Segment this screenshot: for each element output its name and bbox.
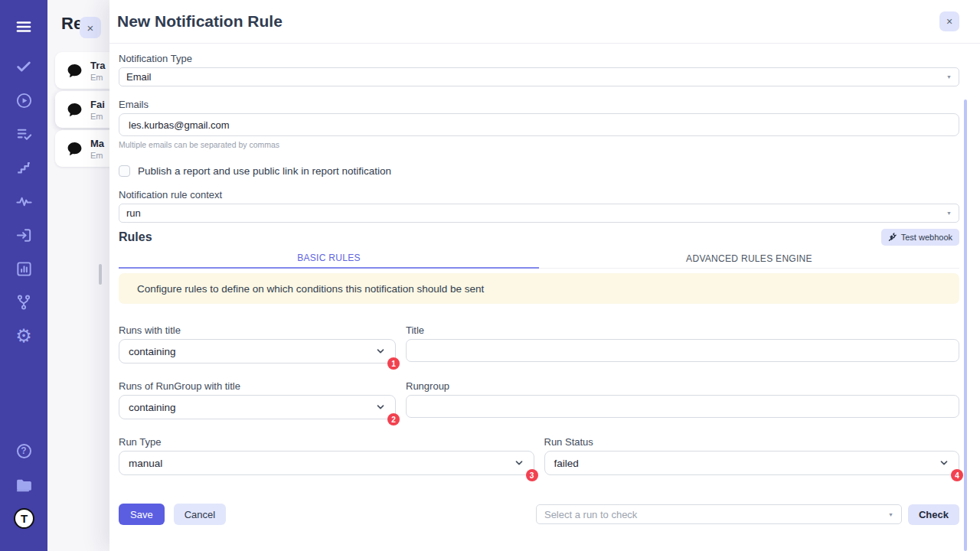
sidebar-item-branches[interactable]: [11, 289, 37, 315]
modal-footer: Save Cancel Select a run to check ▼ Chec…: [119, 504, 959, 525]
chevron-down-icon: [939, 458, 949, 468]
run-type-select[interactable]: manual: [119, 451, 534, 475]
sidebar-item-runs[interactable]: [11, 87, 37, 113]
publish-report-checkbox-row: Publish a report and use public link in …: [119, 165, 959, 177]
rules-header-row: Rules Test webhook: [119, 229, 959, 246]
steps-icon: [15, 159, 32, 176]
chevron-down-icon: [375, 346, 386, 357]
list-item-subtitle: Em: [90, 73, 106, 82]
step-badge: 3: [526, 469, 538, 481]
notification-type-label: Notification Type: [119, 53, 959, 64]
dropdown-arrow-icon: ▼: [946, 210, 952, 216]
modal-content: Notification Type Email ▼ Emails Multipl…: [109, 44, 980, 525]
run-status-value: failed: [554, 458, 579, 469]
condition-row: Run Type manual 3 Run Status failed: [119, 436, 959, 475]
publish-report-checkbox-label: Publish a report and use public link in …: [138, 165, 391, 177]
sidebar-item-test-plans[interactable]: [11, 121, 37, 147]
drawer-close-button[interactable]: ×: [80, 17, 101, 38]
sidebar-item-activity[interactable]: [11, 188, 37, 214]
modal-scrollbar-thumb[interactable]: [964, 99, 967, 551]
rungroup-title-select[interactable]: containing: [119, 395, 396, 419]
run-type-value: manual: [129, 458, 162, 469]
dropdown-arrow-icon: ▼: [888, 512, 893, 517]
gear-icon: ⚙︎: [15, 327, 32, 345]
list-item-title: Tra: [90, 60, 106, 71]
list-check-icon: [15, 126, 33, 143]
condition-row: Runs of RunGroup with title containing 2…: [119, 380, 959, 419]
notification-type-select[interactable]: Email ▼: [119, 67, 959, 86]
sidebar-item-pulls[interactable]: [11, 222, 37, 248]
condition-row: Runs with title containing 1 Title: [119, 324, 959, 364]
speech-bubble-icon: [66, 62, 83, 80]
rules-info-banner: Configure rules to define on which condi…: [119, 273, 959, 304]
new-notification-rule-modal: New Notification Rule × Notification Typ…: [109, 0, 980, 551]
activity-pulse-icon: [15, 193, 33, 210]
rules-tabs: BASIC RULES ADVANCED RULES ENGINE: [119, 249, 959, 269]
logo-icon: T: [14, 508, 34, 529]
run-status-label: Run Status: [544, 436, 960, 448]
speech-bubble-icon: [66, 140, 83, 158]
emails-input[interactable]: [119, 113, 959, 136]
check-icon: [15, 58, 32, 75]
step-badge: 1: [387, 357, 400, 370]
rungroup-input[interactable]: [406, 395, 959, 418]
sidebar-item-analytics[interactable]: [11, 256, 37, 282]
test-webhook-button[interactable]: Test webhook: [881, 229, 959, 246]
runs-with-title-label: Runs with title: [119, 324, 396, 336]
emails-label: Emails: [119, 99, 959, 110]
title-input[interactable]: [406, 339, 959, 362]
tab-basic-rules[interactable]: BASIC RULES: [119, 249, 539, 269]
tab-advanced-rules-engine[interactable]: ADVANCED RULES ENGINE: [539, 249, 959, 269]
notification-type-value: Email: [126, 71, 152, 83]
run-to-check-select[interactable]: Select a run to check ▼: [536, 504, 902, 524]
play-circle-icon: [15, 92, 33, 109]
step-badge: 2: [387, 413, 400, 425]
hamburger-icon: [15, 18, 33, 36]
rule-context-value: run: [126, 207, 141, 219]
speech-bubble-icon: [66, 101, 83, 119]
test-webhook-label: Test webhook: [901, 233, 952, 242]
list-item-subtitle: Em: [90, 112, 105, 121]
sidebar-item-projects[interactable]: [11, 471, 37, 497]
sign-in-icon: [15, 227, 33, 244]
panel-scrollbar-thumb[interactable]: [99, 264, 102, 285]
run-type-label: Run Type: [119, 436, 534, 448]
list-item-title: Ma: [90, 138, 104, 149]
rungroup-label: Rungroup: [406, 380, 959, 392]
runs-with-title-select[interactable]: containing: [119, 339, 396, 364]
list-item-title: Fai: [90, 99, 105, 110]
step-badge: 4: [951, 469, 963, 481]
help-icon: ?: [17, 444, 31, 458]
folder-icon: [15, 475, 34, 494]
save-button[interactable]: Save: [119, 504, 165, 525]
modal-title: New Notification Rule: [117, 12, 283, 31]
modal-header: New Notification Rule ×: [109, 0, 980, 44]
publish-report-checkbox[interactable]: [119, 165, 130, 177]
dropdown-arrow-icon: ▼: [946, 74, 952, 80]
menu-button[interactable]: [11, 14, 37, 40]
run-status-select[interactable]: failed: [544, 451, 960, 475]
plug-icon: [888, 232, 897, 243]
git-fork-icon: [15, 294, 32, 311]
chevron-down-icon: [375, 402, 386, 412]
title-label: Title: [406, 324, 959, 336]
emails-helper-text: Multiple emails can be separated by comm…: [119, 140, 959, 149]
list-item-subtitle: Em: [90, 151, 104, 160]
app-logo[interactable]: T: [11, 505, 37, 531]
rule-context-select[interactable]: run ▼: [119, 204, 959, 223]
modal-close-button[interactable]: ×: [939, 11, 959, 31]
bar-chart-icon: [15, 260, 33, 278]
sidebar-item-settings[interactable]: ⚙︎: [11, 323, 37, 349]
runs-with-title-value: containing: [129, 346, 176, 357]
cancel-button[interactable]: Cancel: [174, 504, 226, 525]
rule-context-label: Notification rule context: [119, 189, 959, 201]
check-button[interactable]: Check: [908, 504, 959, 525]
sidebar-item-milestones[interactable]: [11, 155, 37, 181]
rungroup-title-label: Runs of RunGroup with title: [119, 380, 396, 392]
run-to-check-placeholder: Select a run to check: [544, 509, 637, 520]
rules-heading: Rules: [119, 230, 152, 244]
sidebar-item-results[interactable]: [11, 54, 37, 80]
rungroup-title-value: containing: [129, 402, 176, 413]
sidebar: ⚙︎ ? T: [0, 0, 47, 551]
sidebar-item-help[interactable]: ?: [11, 438, 37, 464]
